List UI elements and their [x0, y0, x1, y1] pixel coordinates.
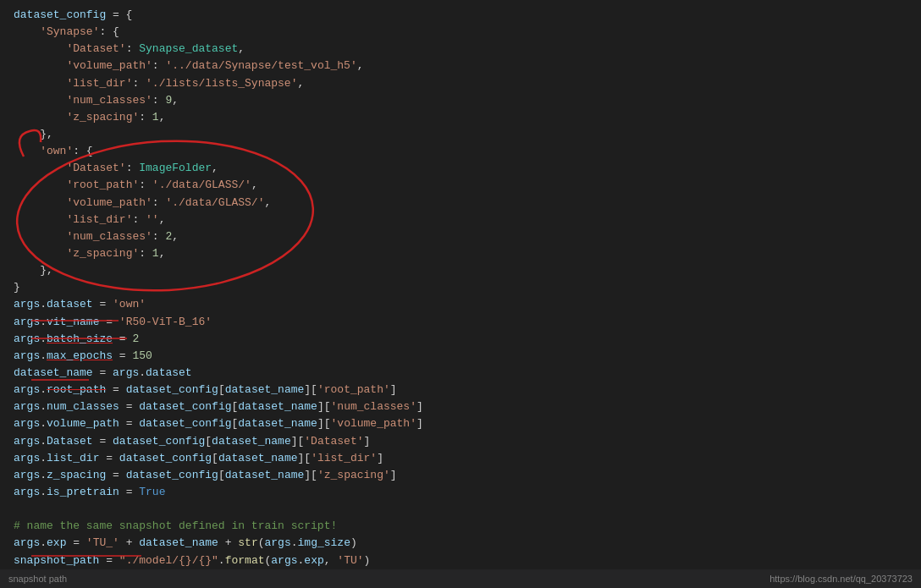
code-line-30: [14, 501, 907, 518]
code-line-5: 'list_dir': './lists/lists_Synapse',: [14, 75, 907, 92]
code-line-18: args.dataset = 'own': [14, 296, 907, 313]
code-line-11: 'root_path': './data/GLASS/',: [14, 177, 907, 194]
code-line-8: },: [14, 126, 907, 143]
code-line-27: args.list_dir = dataset_config[dataset_n…: [14, 450, 907, 467]
code-line-17: }: [14, 279, 907, 296]
code-line-20: args.batch_size = 2: [14, 331, 907, 348]
code-line-9: 'own': {: [14, 143, 907, 160]
code-line-3: 'Dataset': Synapse_dataset,: [14, 41, 907, 58]
code-editor: dataset_config = { 'Synapse': { 'Dataset…: [0, 0, 921, 588]
code-line-15: 'z_spacing': 1,: [14, 245, 907, 262]
code-line-21: args.max_epochs = 150: [14, 348, 907, 365]
code-line-26: args.Dataset = dataset_config[dataset_na…: [14, 433, 907, 450]
code-line-14: 'num_classes': 2,: [14, 228, 907, 245]
code-line-1: dataset_config = {: [14, 7, 907, 24]
bottom-status-bar: snapshot path https://blog.csdn.net/qq_2…: [0, 569, 921, 588]
code-line-7: 'z_spacing': 1,: [14, 109, 907, 126]
code-line-13: 'list_dir': '',: [14, 212, 907, 228]
code-line-28: args.z_spacing = dataset_config[dataset_…: [14, 467, 907, 484]
code-line-4: 'volume_path': '../data/Synapse/test_vol…: [14, 58, 907, 74]
code-line-29: args.is_pretrain = True: [14, 484, 907, 501]
code-line-23: args.root_path = dataset_config[dataset_…: [14, 382, 907, 398]
bottom-left-text: snapshot path: [8, 574, 67, 584]
bottom-right-text: https://blog.csdn.net/qq_20373723: [769, 574, 913, 584]
code-line-22: dataset_name = args.dataset: [14, 365, 907, 382]
code-line-16: },: [14, 262, 907, 279]
code-line-19: args.vit_name = 'R50-ViT-B_16': [14, 314, 907, 331]
code-line-25: args.volume_path = dataset_config[datase…: [14, 415, 907, 432]
code-line-10: 'Dataset': ImageFolder,: [14, 160, 907, 177]
code-line-33: snapshot_path = "./model/{}/{}".format(a…: [14, 552, 907, 569]
code-line-32: args.exp = 'TU_' + dataset_name + str(ar…: [14, 535, 907, 552]
code-line-12: 'volume_path': './data/GLASS/',: [14, 195, 907, 212]
code-line-2: 'Synapse': {: [14, 24, 907, 41]
code-line-24: args.num_classes = dataset_config[datase…: [14, 398, 907, 415]
code-line-31: # name the same snapshot defined in trai…: [14, 518, 907, 535]
code-line-6: 'num_classes': 9,: [14, 92, 907, 109]
